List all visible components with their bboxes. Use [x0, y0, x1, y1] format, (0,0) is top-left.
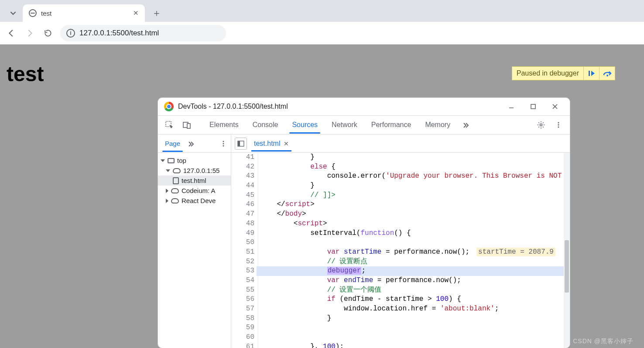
cloud-icon — [173, 168, 181, 173]
code-editor[interactable]: 4142434445464748495051525354555657585960… — [231, 153, 570, 348]
globe-icon — [29, 9, 37, 17]
browser-tab[interactable]: test ✕ — [23, 4, 145, 22]
file-icon — [173, 177, 179, 184]
tree-ext-react[interactable]: React Deve — [158, 196, 231, 206]
more-subtabs-button[interactable] — [185, 140, 198, 147]
frame-icon — [168, 158, 175, 163]
svg-rect-0 — [589, 71, 590, 76]
svg-rect-15 — [238, 141, 240, 146]
page-heading: test — [7, 62, 44, 86]
file-tab-test-html[interactable]: test.html ✕ — [250, 136, 293, 151]
device-toolbar-button[interactable] — [179, 117, 195, 133]
svg-point-11 — [223, 141, 224, 142]
chrome-icon — [164, 102, 174, 111]
step-over-button[interactable] — [599, 67, 615, 80]
vertical-scrollbar[interactable] — [564, 153, 570, 348]
scrollbar-thumb[interactable] — [565, 240, 569, 293]
close-tab-button[interactable]: ✕ — [133, 9, 139, 17]
svg-point-7 — [540, 124, 542, 126]
browser-tab-strip: test ✕ ＋ — [0, 0, 644, 22]
sources-body: Page top 127.0.0.1:55 test.html Codeium:… — [158, 134, 570, 348]
tab-sources[interactable]: Sources — [286, 117, 324, 133]
file-tree: top 127.0.0.1:55 test.html Codeium: A Re… — [158, 153, 231, 208]
navigator-menu-button[interactable] — [216, 140, 231, 147]
svg-point-13 — [223, 145, 224, 146]
settings-button[interactable] — [533, 117, 549, 133]
svg-rect-6 — [187, 124, 190, 128]
close-window-button[interactable] — [546, 98, 564, 115]
page-subtab[interactable]: Page — [161, 135, 185, 152]
url-text: 127.0.0.1:5500/test.html — [79, 29, 159, 38]
svg-point-9 — [558, 124, 559, 125]
more-tabs-button[interactable] — [458, 117, 474, 133]
editor-panel: test.html ✕ 4142434445464748495051525354… — [231, 134, 570, 348]
svg-rect-3 — [531, 104, 535, 109]
tab-console[interactable]: Console — [247, 117, 284, 133]
tab-memory[interactable]: Memory — [419, 117, 456, 133]
site-info-icon[interactable]: i — [66, 29, 75, 38]
line-gutter[interactable]: 4142434445464748495051525354555657585960… — [231, 153, 258, 348]
new-tab-button[interactable]: ＋ — [149, 6, 164, 21]
tab-search-button[interactable] — [3, 4, 23, 22]
tree-origin[interactable]: 127.0.0.1:55 — [158, 165, 231, 176]
watermark: CSDN @黑客小婶子 — [573, 338, 634, 345]
paused-text: Paused in debugger — [512, 67, 583, 80]
svg-point-12 — [223, 143, 224, 144]
address-bar[interactable]: i 127.0.0.1:5500/test.html — [60, 25, 226, 41]
devtools-title: DevTools - 127.0.0.1:5500/test.html — [178, 103, 288, 110]
tree-file-test-html[interactable]: test.html — [158, 176, 231, 186]
devtools-tabs: Elements Console Sources Network Perform… — [158, 115, 570, 134]
tab-title: test — [41, 10, 129, 17]
cloud-icon — [171, 198, 179, 203]
file-navigator: Page top 127.0.0.1:55 test.html Codeium:… — [158, 134, 231, 348]
svg-point-8 — [558, 122, 559, 123]
maximize-button[interactable] — [524, 98, 542, 115]
back-button[interactable] — [5, 27, 17, 39]
tree-ext-codeium[interactable]: Codeium: A — [158, 186, 231, 196]
tab-elements[interactable]: Elements — [203, 117, 245, 133]
editor-tabs: test.html ✕ — [231, 134, 570, 153]
minimize-button[interactable] — [503, 98, 520, 115]
svg-point-10 — [558, 126, 559, 127]
close-file-tab-button[interactable]: ✕ — [284, 140, 289, 147]
browser-toolbar: i 127.0.0.1:5500/test.html — [0, 22, 644, 45]
devtools-window: DevTools - 127.0.0.1:5500/test.html Elem… — [158, 98, 570, 348]
tab-network[interactable]: Network — [325, 117, 363, 133]
code-lines[interactable]: } else { console.error('Upgrade your bro… — [258, 153, 564, 348]
forward-button[interactable] — [24, 27, 36, 39]
svg-point-1 — [606, 75, 608, 76]
tab-performance[interactable]: Performance — [365, 117, 418, 133]
inspect-element-button[interactable] — [161, 117, 177, 133]
reload-button[interactable] — [42, 27, 54, 39]
kebab-menu-button[interactable] — [551, 117, 566, 133]
cloud-icon — [171, 188, 179, 193]
resume-button[interactable] — [583, 67, 599, 80]
tree-top[interactable]: top — [158, 155, 231, 165]
devtools-titlebar[interactable]: DevTools - 127.0.0.1:5500/test.html — [158, 98, 570, 115]
toggle-navigator-button[interactable] — [235, 138, 247, 150]
debugger-paused-overlay: Paused in debugger — [512, 66, 615, 80]
